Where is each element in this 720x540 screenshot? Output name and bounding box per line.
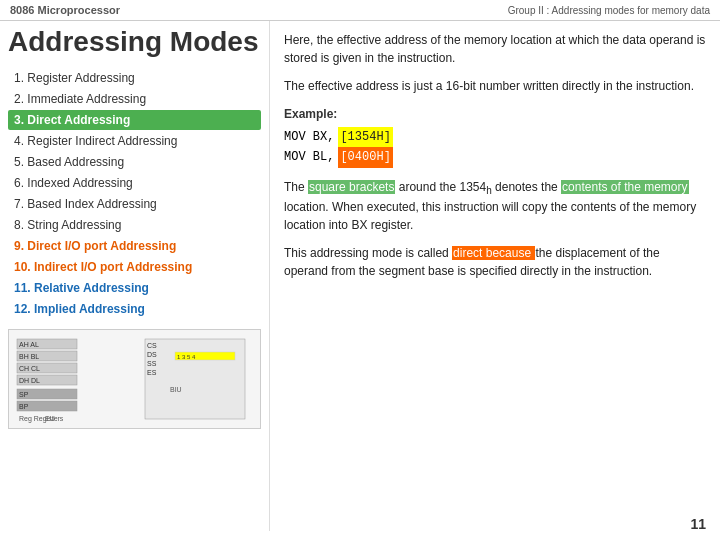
svg-text:BP: BP [19, 403, 29, 410]
example-label: Example: [284, 105, 706, 123]
example-block: Example: MOV BX, [1354H] MOV BL, [0400H] [284, 105, 706, 168]
code-block: MOV BX, [1354H] MOV BL, [0400H] [284, 127, 706, 168]
paragraph-1: Here, the effective address of the memor… [284, 31, 706, 67]
sidebar: Addressing Modes 1. Register Addressing2… [0, 21, 270, 531]
page-title: Addressing Modes [8, 27, 261, 58]
code-1-bracket: [1354H] [338, 127, 392, 147]
memory-highlight: contents of the memory [561, 180, 688, 194]
svg-text:1 3 5 4: 1 3 5 4 [177, 354, 196, 360]
svg-text:DH  DL: DH DL [19, 377, 40, 384]
paragraph-4: This addressing mode is called direct be… [284, 244, 706, 280]
sidebar-item-6[interactable]: 6. Indexed Addressing [8, 173, 261, 193]
paragraph-2: The effective address is just a 16-bit n… [284, 77, 706, 95]
sidebar-item-5[interactable]: 5. Based Addressing [8, 152, 261, 172]
square-brackets-highlight: square brackets [308, 180, 395, 194]
sidebar-item-7[interactable]: 7. Based Index Addressing [8, 194, 261, 214]
svg-text:CH  CL: CH CL [19, 365, 40, 372]
svg-text:AH  AL: AH AL [19, 341, 39, 348]
sidebar-item-2[interactable]: 2. Immediate Addressing [8, 89, 261, 109]
header: 8086 Microprocessor Group II : Addressin… [0, 0, 720, 21]
main-layout: Addressing Modes 1. Register Addressing2… [0, 21, 720, 531]
sidebar-item-11[interactable]: 11. Relative Addressing [8, 278, 261, 298]
svg-text:DS: DS [147, 351, 157, 358]
register-diagram: AH AL BH BL CH CL DH DL SP BP Reg Regist… [15, 334, 255, 424]
header-left-title: 8086 Microprocessor [10, 4, 120, 16]
code-1-pre: MOV BX, [284, 127, 334, 147]
sidebar-item-12[interactable]: 12. Implied Addressing [8, 299, 261, 319]
code-line-1: MOV BX, [1354H] [284, 127, 706, 147]
svg-text:SP: SP [19, 391, 29, 398]
sidebar-item-10[interactable]: 10. Indirect I/O port Addressing [8, 257, 261, 277]
svg-rect-13 [145, 339, 245, 419]
diagram-area: AH AL BH BL CH CL DH DL SP BP Reg Regist… [8, 329, 261, 429]
svg-text:EU: EU [45, 415, 55, 422]
svg-text:ES: ES [147, 369, 157, 376]
svg-text:BH  BL: BH BL [19, 353, 39, 360]
code-line-2: MOV BL, [0400H] [284, 147, 706, 167]
sidebar-item-9[interactable]: 9. Direct I/O port Addressing [8, 236, 261, 256]
para3-text: The square brackets around the 1354h den… [284, 178, 706, 234]
para2-text: The effective address is just a 16-bit n… [284, 77, 706, 95]
svg-text:CS: CS [147, 342, 157, 349]
direct-highlight: direct because [452, 246, 535, 260]
sidebar-item-8[interactable]: 8. String Addressing [8, 215, 261, 235]
sidebar-items-list: 1. Register Addressing2. Immediate Addre… [8, 68, 261, 319]
svg-text:Reg Registers: Reg Registers [19, 415, 64, 423]
svg-text:SS: SS [147, 360, 157, 367]
para4-text: This addressing mode is called direct be… [284, 244, 706, 280]
para1-text: Here, the effective address of the memor… [284, 31, 706, 67]
code-2-pre: MOV BL, [284, 147, 334, 167]
header-right-title: Group II : Addressing modes for memory d… [508, 5, 710, 16]
code-2-bracket: [0400H] [338, 147, 392, 167]
svg-text:BIU: BIU [170, 386, 182, 393]
paragraph-3: The square brackets around the 1354h den… [284, 178, 706, 234]
sidebar-item-4[interactable]: 4. Register Indirect Addressing [8, 131, 261, 151]
page-number: 11 [690, 516, 706, 532]
sidebar-item-1[interactable]: 1. Register Addressing [8, 68, 261, 88]
sidebar-item-3[interactable]: 3. Direct Addressing [8, 110, 261, 130]
content-area: Here, the effective address of the memor… [270, 21, 720, 531]
